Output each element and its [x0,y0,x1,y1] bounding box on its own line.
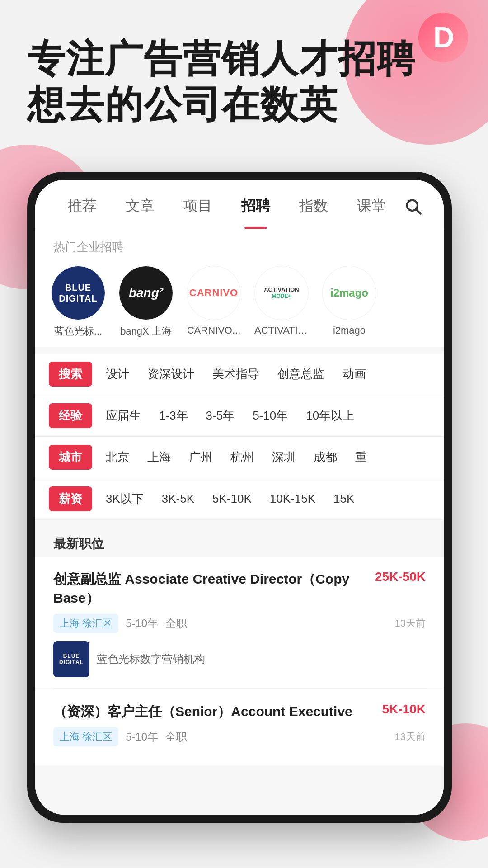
search-icon [404,197,422,215]
phone-outer: 推荐 文章 项目 招聘 指数 课堂 [27,172,452,823]
filter-option-chengdu[interactable]: 成都 [309,447,342,468]
company-name-activation: ACTIVATIO... [254,325,309,336]
job-company-logo-1: BLUEDIGITAL [53,641,89,677]
job-card-1[interactable]: 创意副总监 Associate Creative Director（Copy B… [35,557,444,688]
filter-option-beijing[interactable]: 北京 [101,447,134,468]
company-logo-activation: ACTIVATION MODE+ [254,266,309,320]
filter-option-10k-15k[interactable]: 10K-15K [265,489,320,509]
company-logo-carnivo: CARNIVO [187,266,241,320]
tab-project[interactable]: 项目 [169,193,227,220]
company-name-carnivo: CARNIVO... [187,325,241,336]
companies-row: BLUEDIGITAL 蓝色光标... bang² bangX 上海 [35,261,444,347]
tab-index[interactable]: 指数 [285,193,343,220]
job-date-1: 13天前 [395,617,426,630]
company-name-bluedigital: 蓝色光标... [54,325,102,338]
job-company-row-1: BLUEDIGITAL 蓝色光标数字营销机构 [53,641,426,677]
company-item-bluedigital[interactable]: BLUEDIGITAL 蓝色光标... [49,266,108,338]
job-meta-row-2: 上海 徐汇区 5-10年 全职 13天前 [53,727,426,746]
company-item-carnivo[interactable]: CARNIVO CARNIVO... [184,266,243,336]
job-title-row-1: 创意副总监 Associate Creative Director（Copy B… [53,570,426,608]
job-salary-2: 5K-10K [382,702,426,717]
company-logo-i2mago: i2mago [322,266,376,320]
filter-option-more-city[interactable]: 重 [351,447,371,468]
filter-option-art-director[interactable]: 美术指导 [208,363,264,385]
filter-tag-city: 城市 [49,445,92,470]
filter-option-animation[interactable]: 动画 [338,363,371,385]
job-location-2: 上海 徐汇区 [53,727,118,746]
filter-tag-search: 搜索 [49,362,92,387]
filter-option-10plus[interactable]: 10年以上 [301,405,359,426]
filter-option-5-10[interactable]: 5-10年 [248,405,292,426]
job-date-2: 13天前 [395,730,426,744]
company-name-i2mago: i2mago [333,325,366,336]
jobs-section-label: 最新职位 [35,526,444,557]
job-title-row-2: （资深）客户主任（Senior）Account Executive 5K-10K [53,702,426,721]
filter-option-hangzhou[interactable]: 杭州 [226,447,258,468]
tab-recruit[interactable]: 招聘 [227,193,285,220]
job-experience-1: 5-10年 [126,616,158,631]
job-type-2: 全职 [165,730,187,744]
job-meta-row-1: 上海 徐汇区 5-10年 全职 13天前 [53,614,426,633]
company-logo-bluedigital: BLUEDIGITAL [51,266,105,320]
tab-course[interactable]: 课堂 [343,193,400,220]
nav-tabs: 推荐 文章 项目 招聘 指数 课堂 [35,180,444,229]
job-experience-2: 5-10年 [126,730,158,744]
tab-article[interactable]: 文章 [111,193,169,220]
job-location-1: 上海 徐汇区 [53,614,118,633]
job-title-1: 创意副总监 Associate Creative Director（Copy B… [53,570,366,608]
filter-option-senior-design[interactable]: 资深设计 [143,363,199,385]
phone-screen: 推荐 文章 项目 招聘 指数 课堂 [35,180,444,815]
filter-row-search: 搜索 设计 资深设计 美术指导 创意总监 动画 [35,354,444,395]
filter-row-salary: 薪资 3K以下 3K-5K 5K-10K 10K-15K 15K [35,478,444,520]
company-name-bangx: bangX 上海 [120,325,172,338]
filter-row-experience: 经验 应届生 1-3年 3-5年 5-10年 10年以上 [35,395,444,437]
filter-option-fresh[interactable]: 应届生 [101,405,145,426]
job-type-1: 全职 [165,616,187,631]
filter-option-3k-below[interactable]: 3K以下 [101,488,148,509]
filter-option-5k-10k[interactable]: 5K-10K [208,489,256,509]
filter-tag-salary: 薪资 [49,486,92,511]
filter-option-shenzhen[interactable]: 深圳 [267,447,300,468]
filter-row-city: 城市 北京 上海 广州 杭州 深圳 成都 重 [35,437,444,478]
company-item-activation[interactable]: ACTIVATION MODE+ ACTIVATIO... [252,266,311,336]
job-salary-1: 25K-50K [375,570,426,584]
filter-option-1-3[interactable]: 1-3年 [155,405,192,426]
filter-option-shanghai[interactable]: 上海 [143,447,175,468]
hero-title: 专注广告营销人才招聘 想去的公司在数英 [27,36,416,127]
filter-option-guangzhou[interactable]: 广州 [184,447,217,468]
filter-section: 搜索 设计 资深设计 美术指导 创意总监 动画 经验 应届生 [35,354,444,520]
jobs-section: 最新职位 创意副总监 Associate Creative Director（C… [35,526,444,765]
filter-option-3-5[interactable]: 3-5年 [202,405,239,426]
tab-recommend[interactable]: 推荐 [53,193,111,220]
hero-section: 专注广告营销人才招聘 想去的公司在数英 [27,36,416,127]
filter-option-design[interactable]: 设计 [101,363,134,385]
section-label-companies: 热门企业招聘 [35,229,444,261]
job-card-2[interactable]: （资深）客户主任（Senior）Account Executive 5K-10K… [35,689,444,765]
job-company-name-1: 蓝色光标数字营销机构 [97,652,205,666]
company-logo-bangx: bang² [119,266,173,320]
company-item-i2mago[interactable]: i2mago i2mago [320,266,379,336]
svg-line-1 [417,210,421,214]
filter-option-3k-5k[interactable]: 3K-5K [157,489,199,509]
app-logo-badge: D [418,13,468,62]
job-title-2: （资深）客户主任（Senior）Account Executive [53,702,373,721]
filter-option-creative-director[interactable]: 创意总监 [273,363,329,385]
filter-option-15k-plus[interactable]: 15K [329,489,359,509]
app-logo-letter: D [433,21,453,54]
filter-tag-experience: 经验 [49,403,92,428]
company-item-bangx[interactable]: bang² bangX 上海 [117,266,175,338]
search-button[interactable] [400,193,426,219]
phone-mockup: 推荐 文章 项目 招聘 指数 课堂 [27,172,470,841]
screen-content: 推荐 文章 项目 招聘 指数 课堂 [35,180,444,815]
